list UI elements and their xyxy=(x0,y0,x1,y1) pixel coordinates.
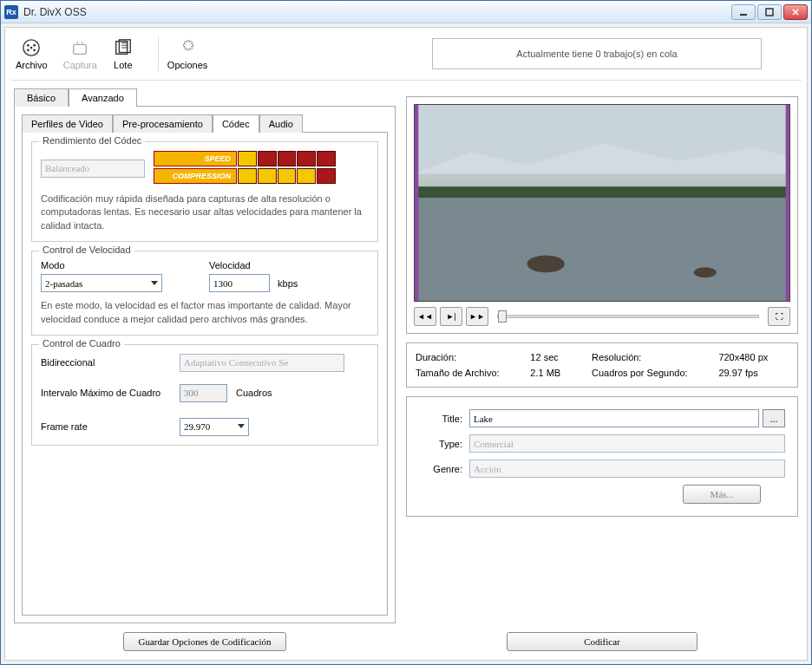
next-frame-button[interactable]: ►► xyxy=(466,307,488,326)
seek-slider[interactable] xyxy=(497,315,759,318)
svg-rect-19 xyxy=(415,198,789,301)
svg-point-20 xyxy=(527,255,565,272)
title-label: Title: xyxy=(419,414,462,424)
queue-status: Actualmente tiene 0 trabajo(s) en cola xyxy=(432,38,762,69)
maximize-button[interactable] xyxy=(757,4,782,20)
duracion-value: 12 sec xyxy=(530,352,581,362)
duracion-label: Duración: xyxy=(416,352,520,362)
batch-icon xyxy=(113,37,134,58)
resolucion-value: 720x480 px xyxy=(718,352,789,362)
toolbar-archivo[interactable]: Archivo xyxy=(16,37,48,70)
more-button: Más... xyxy=(683,485,761,504)
svg-rect-1 xyxy=(766,9,773,16)
group-rate-control: Control de Velocidad Modo 2-pasadas Velo xyxy=(31,251,378,336)
speed-label: SPEED xyxy=(154,151,237,166)
group-rate-control-title: Control de Velocidad xyxy=(39,244,134,255)
svg-point-5 xyxy=(27,49,29,51)
capture-icon xyxy=(69,37,90,58)
close-button[interactable] xyxy=(783,4,808,20)
play-button[interactable]: ►| xyxy=(440,307,462,326)
minimize-button[interactable] xyxy=(731,4,756,20)
genre-label: Genre: xyxy=(419,464,462,474)
toolbar-captura-label: Captura xyxy=(63,60,97,70)
svg-point-3 xyxy=(27,44,29,47)
modo-select[interactable]: 2-pasadas xyxy=(41,274,162,292)
group-frame-control: Control de Cuadro Bidireccional Adaptati… xyxy=(31,344,378,446)
type-label: Type: xyxy=(419,439,462,449)
svg-point-7 xyxy=(30,47,33,49)
svg-rect-8 xyxy=(74,44,87,54)
title-input[interactable] xyxy=(469,409,759,427)
info-box: Duración: 12 sec Resolución: 720x480 px … xyxy=(406,342,798,388)
svg-point-21 xyxy=(694,267,717,277)
right-bottom-buttons: Codificar xyxy=(406,623,798,655)
max-interval-input xyxy=(180,384,227,402)
outer-tab-body: Perfiles de Video Pre-procesamiento Códe… xyxy=(14,106,396,623)
file-icon xyxy=(21,37,42,58)
group-codec-perf: Rendimiento del Códec Balanceado SPEED xyxy=(31,141,378,242)
bidi-select: Adaptativo Consecutivo Se xyxy=(180,354,344,372)
fps-value: 29.97 fps xyxy=(718,368,789,378)
rate-control-desc: En este modo, la velocidad es el factor … xyxy=(41,299,369,326)
app-icon: Rx xyxy=(4,5,18,19)
toolbar-archivo-label: Archivo xyxy=(16,60,48,70)
toolbar-lote[interactable]: Lote xyxy=(113,37,134,70)
left-panel: Básico Avanzado Perfiles de Video Pre-pr… xyxy=(14,88,396,655)
codificar-button[interactable]: Codificar xyxy=(507,632,697,651)
window-title: Dr. DivX OSS xyxy=(23,6,731,18)
preview-box: ◄◄ ►| ►► ⛶ xyxy=(406,96,798,334)
fullscreen-button[interactable]: ⛶ xyxy=(768,307,790,326)
speed-compression-graphic: SPEED COMPRESSION xyxy=(154,151,336,186)
tab-audio[interactable]: Audio xyxy=(259,114,303,133)
svg-rect-0 xyxy=(740,14,747,16)
tab-preproc[interactable]: Pre-procesamiento xyxy=(113,114,213,133)
group-frame-control-title: Control de Cuadro xyxy=(39,338,124,349)
velocidad-label: Velocidad xyxy=(209,260,369,271)
fps-label: Cuadros por Segundo: xyxy=(592,368,708,378)
app-window: Rx Dr. DivX OSS Archivo Captura Lote xyxy=(0,0,812,665)
codec-perf-desc: Codificación muy rápida diseñada para ca… xyxy=(41,192,369,232)
title-browse-button[interactable]: ... xyxy=(763,409,785,427)
titlebar: Rx Dr. DivX OSS xyxy=(1,1,811,23)
content-area: Archivo Captura Lote Opciones Actualment… xyxy=(4,27,808,661)
toolbar-separator xyxy=(158,36,159,71)
max-interval-unit: Cuadros xyxy=(236,388,272,398)
svg-point-6 xyxy=(34,49,36,51)
type-select: Comercial xyxy=(469,434,785,453)
svg-rect-18 xyxy=(415,186,789,199)
resolucion-label: Resolución: xyxy=(592,352,708,362)
bidi-label: Bidireccional xyxy=(41,357,171,368)
codec-preset-select: Balanceado xyxy=(41,160,145,178)
preview-image xyxy=(414,104,790,302)
tab-avanzado[interactable]: Avanzado xyxy=(69,88,137,107)
framerate-label: Frame rate xyxy=(41,421,171,432)
right-panel: ◄◄ ►| ►► ⛶ Duración: 12 sec Resolución: … xyxy=(406,88,798,655)
group-codec-perf-title: Rendimiento del Códec xyxy=(39,135,145,146)
toolbar-captura: Captura xyxy=(63,37,97,70)
save-options-button[interactable]: Guardar Opciones de Codificación xyxy=(123,632,285,651)
meta-box: Title: ... Type: Comercial Genre: Acción… xyxy=(406,396,798,517)
toolbar: Archivo Captura Lote Opciones Actualment… xyxy=(10,33,802,81)
velocidad-input[interactable] xyxy=(209,274,270,292)
toolbar-opciones-label: Opciones xyxy=(167,60,207,70)
seek-thumb[interactable] xyxy=(498,310,507,323)
tab-basico[interactable]: Básico xyxy=(14,88,69,107)
codec-panel: Rendimiento del Códec Balanceado SPEED xyxy=(22,132,388,616)
main-area: Básico Avanzado Perfiles de Video Pre-pr… xyxy=(10,88,802,655)
tab-codec[interactable]: Códec xyxy=(213,114,259,133)
modo-label: Modo xyxy=(41,260,200,271)
toolbar-lote-label: Lote xyxy=(114,60,132,70)
compression-label: COMPRESSION xyxy=(154,168,237,184)
tamano-value: 2.1 MB xyxy=(530,368,581,378)
framerate-select[interactable]: 29.970 xyxy=(180,418,249,436)
inner-tabs: Perfiles de Video Pre-procesamiento Códe… xyxy=(22,114,388,132)
preview-controls: ◄◄ ►| ►► ⛶ xyxy=(414,307,790,326)
tab-perfiles[interactable]: Perfiles de Video xyxy=(22,114,113,133)
toolbar-opciones[interactable]: Opciones xyxy=(167,37,207,70)
prev-frame-button[interactable]: ◄◄ xyxy=(414,307,436,326)
svg-rect-23 xyxy=(786,105,789,301)
left-bottom-buttons: Guardar Opciones de Codificación xyxy=(14,623,396,655)
velocidad-unit: kbps xyxy=(278,278,298,289)
svg-rect-22 xyxy=(415,105,418,301)
max-interval-label: Intervalo Máximo de Cuadro xyxy=(41,388,171,398)
